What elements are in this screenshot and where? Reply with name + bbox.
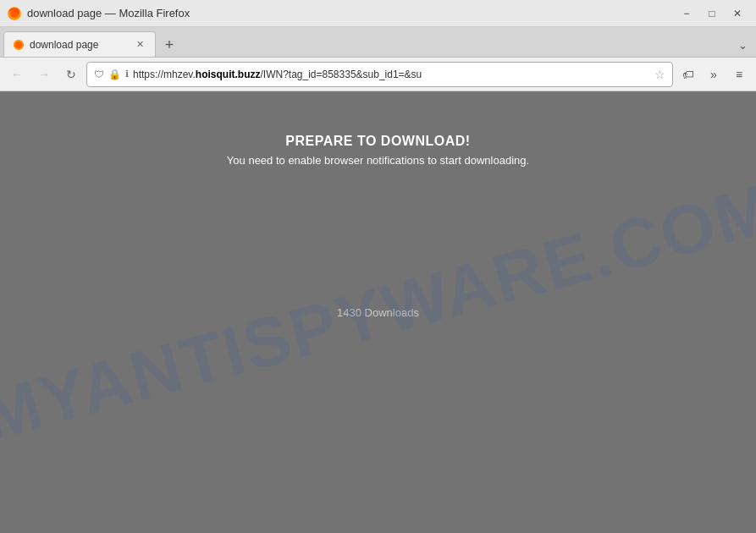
tabbar: download page ✕ + ⌄ [0,27,756,58]
firefox-logo-icon [7,6,22,21]
new-tab-button[interactable]: + [157,33,181,57]
tab-close-button[interactable]: ✕ [133,38,146,52]
titlebar-controls: − □ ✕ [675,4,749,23]
url-text: https://mhzev.hoisquit.buzz/IWN?tag_id=8… [133,69,650,80]
pocket-button[interactable]: 🏷 [676,63,700,86]
url-domain: hoisquit.buzz [196,69,261,80]
menu-button[interactable]: ≡ [727,63,751,86]
info-icon: ℹ [125,69,129,80]
tab-overflow-button[interactable]: ⌄ [732,33,753,57]
lock-icon: 🔒 [108,69,121,80]
forward-button[interactable]: → [32,63,56,86]
svg-point-3 [15,41,22,48]
toolbar-right: 🏷 » ≡ [676,63,751,86]
url-suffix: /IWN?tag_id=858335&sub_id1=&su [260,69,422,80]
close-button[interactable]: ✕ [726,4,749,23]
minimize-button[interactable]: − [675,4,698,23]
bookmark-star-icon[interactable]: ☆ [654,68,665,81]
overflow-button[interactable]: » [702,63,726,86]
reload-button[interactable]: ↻ [59,63,83,86]
titlebar: download page — Mozilla Firefox − □ ✕ [0,0,756,27]
page-main-section: PREPARE TO DOWNLOAD! You need to enable … [227,134,529,167]
page-content: PREPARE TO DOWNLOAD! You need to enable … [0,91,756,533]
tab-favicon-icon [13,39,25,51]
prepare-subtitle: You need to enable browser notifications… [227,154,529,167]
back-button[interactable]: ← [5,63,29,86]
url-prefix: https://mhzev. [133,69,196,80]
maximize-button[interactable]: □ [700,4,724,23]
titlebar-left: download page — Mozilla Firefox [7,6,190,21]
urlbar[interactable]: 🛡 🔒 ℹ https://mhzev.hoisquit.buzz/IWN?ta… [86,62,673,87]
navbar: ← → ↻ 🛡 🔒 ℹ https://mhzev.hoisquit.buzz/… [0,58,756,91]
prepare-title: PREPARE TO DOWNLOAD! [227,134,529,149]
tab-download-page[interactable]: download page ✕ [3,31,156,57]
tab-label: download page [30,39,128,51]
download-count: 1430 Downloads [337,306,419,319]
security-shield-icon: 🛡 [94,69,104,80]
titlebar-title: download page — Mozilla Firefox [27,7,190,19]
